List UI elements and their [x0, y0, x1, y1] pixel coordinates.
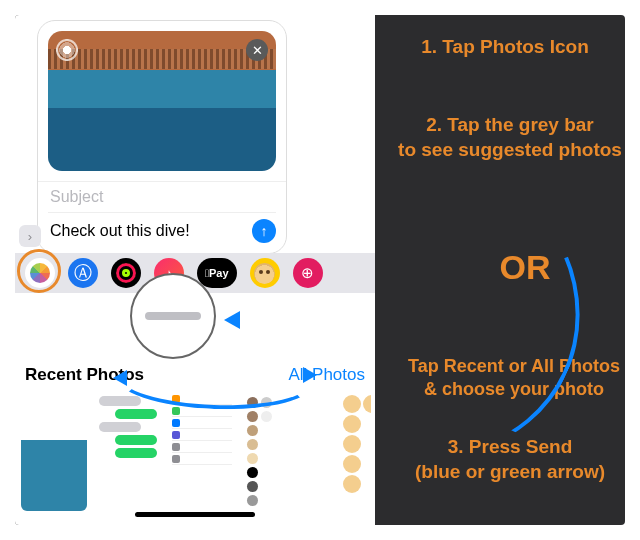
monkey-face-icon [254, 263, 275, 284]
compose-row: Check out this dive! ↑ [38, 213, 286, 253]
step2-line1: 2. Tap the grey bar [426, 114, 594, 135]
photo-tile[interactable] [95, 393, 161, 511]
step3-line1: 3. Press Send [448, 436, 573, 457]
home-indicator[interactable] [135, 512, 255, 517]
photos-app-icon[interactable] [25, 258, 55, 288]
attached-photo-thumbnail[interactable]: ✕ [48, 31, 276, 171]
instruction-step-2: 2. Tap the grey bar to see suggested pho… [385, 113, 625, 162]
instruction-step-3: 3. Press Send (blue or green arrow) [395, 435, 625, 484]
message-text-field[interactable]: Check out this dive! [50, 222, 244, 240]
photo-picker-panel: Recent Photos All Photos [15, 295, 375, 525]
arrow-head-icon [303, 367, 317, 383]
photos-pinwheel-icon [30, 263, 50, 283]
photo-tile[interactable] [243, 393, 309, 511]
iphone-mock: ✕ Subject Check out this dive! ↑ › Ⓐ ♪ … [15, 15, 375, 525]
arrow-head-icon [113, 370, 127, 386]
recent-photos-strip[interactable] [21, 393, 371, 513]
apple-pay-app-icon[interactable]: Pay [197, 258, 237, 288]
remove-attachment-icon[interactable]: ✕ [246, 39, 268, 61]
animoji-app-icon[interactable] [250, 258, 280, 288]
step3-line2: (blue or green arrow) [415, 461, 605, 482]
instruction-step-1: 1. Tap Photos Icon [395, 35, 615, 60]
tutorial-graphic: ✕ Subject Check out this dive! ↑ › Ⓐ ♪ … [15, 15, 625, 525]
imessage-compose-card: ✕ Subject Check out this dive! ↑ [37, 20, 287, 254]
photo-tile[interactable] [21, 393, 87, 511]
photo-tile[interactable] [169, 393, 235, 511]
activity-app-icon[interactable] [111, 258, 141, 288]
collapse-chevron-icon[interactable]: › [19, 225, 41, 247]
step2-line2: to see suggested photos [398, 139, 622, 160]
images-search-app-icon[interactable]: ⊕ [293, 258, 323, 288]
appstore-app-icon[interactable]: Ⓐ [68, 258, 98, 288]
photo-tile[interactable] [317, 393, 371, 511]
send-button[interactable]: ↑ [252, 219, 276, 243]
activity-rings-icon [116, 263, 136, 283]
live-photo-icon [56, 39, 78, 61]
subject-field[interactable]: Subject [38, 181, 286, 212]
arrow-head-icon [224, 311, 240, 329]
photo-fence-detail [48, 49, 276, 69]
arrow-up-icon: ↑ [261, 223, 268, 239]
